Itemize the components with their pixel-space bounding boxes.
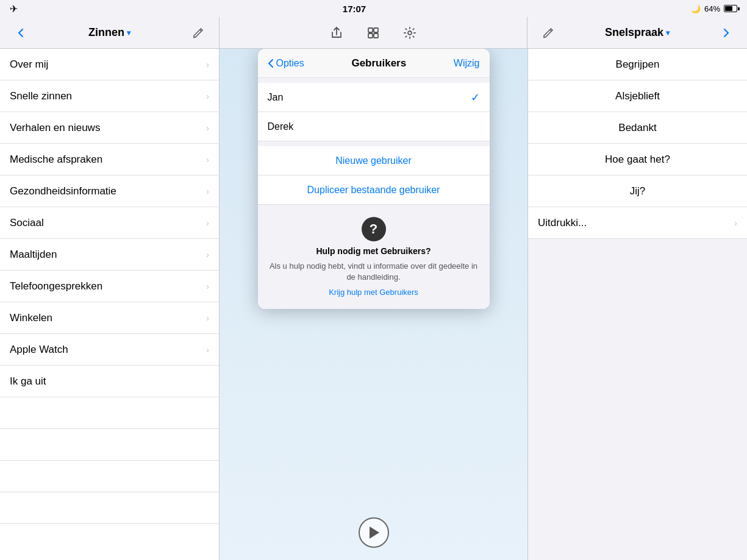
list-item[interactable]: Ik ga uit [0,366,219,397]
chevron-right-icon: › [206,344,209,355]
list-item[interactable]: Medische afspraken › [0,144,219,175]
phrase-item-begrijpen[interactable]: Begrijpen [528,49,747,80]
status-bar-time: 17:07 [343,4,366,14]
svg-rect-2 [368,34,373,38]
list-item[interactable]: Telefoongesprekken › [0,271,219,302]
battery-percent: 64% [704,4,720,13]
item-label: Sociaal [10,217,44,229]
help-title: Hulp nodig met Gebruikers? [316,246,431,256]
chevron-right-icon: › [734,218,737,228]
item-label: Gezondheidsinformatie [10,185,116,197]
chevron-right-icon: › [206,122,209,133]
selected-checkmark-icon: ✓ [471,91,480,104]
dropdown-chevron-icon: ▾ [127,29,130,37]
svg-rect-3 [374,34,378,38]
middle-panel: Opties Gebruikers Wijzig Jan ✓ Derek [220,49,527,560]
phrase-label: Begrijpen [616,58,660,71]
right-panel: Begrijpen Alsjeblieft Bedankt Hoe gaat h… [527,49,747,560]
list-item[interactable]: Winkelen › [0,302,219,334]
left-panel: Over mij › Snelle zinnen › Verhalen en n… [0,49,220,560]
phrase-label: Uitdrukki... [538,217,587,229]
right-nav: Snelspraak ▾ [527,17,747,49]
item-label: Maaltijden [10,249,57,261]
edit-button-right[interactable] [537,22,559,44]
middle-nav [220,17,527,49]
left-nav: Zinnen ▾ [0,17,220,49]
new-user-label: Nieuwe gebruiker [335,155,412,166]
list-item[interactable]: Verhalen en nieuws › [0,112,219,144]
back-button[interactable] [10,22,32,44]
item-label: Winkelen [10,312,52,324]
svg-rect-0 [368,28,373,32]
list-item-empty-2 [0,429,219,461]
users-dropdown[interactable]: Opties Gebruikers Wijzig Jan ✓ Derek [258,49,490,309]
phrase-label: Alsjeblieft [615,90,660,102]
item-label: Telefoongesprekken [10,280,102,292]
phrase-item-hoe-gaat-het[interactable]: Hoe gaat het? [528,144,747,175]
left-nav-title-text: Zinnen [88,26,124,39]
list-item-apple-watch[interactable]: Apple Watch › [0,334,219,366]
share-button[interactable] [326,22,348,44]
chevron-right-icon: › [206,313,209,323]
list-item[interactable]: Maaltijden › [0,239,219,271]
chevron-right-icon: › [206,154,209,165]
list-item-empty-1 [0,397,219,429]
phrase-item-bedankt[interactable]: Bedankt [528,112,747,144]
svg-point-4 [408,31,412,35]
phrase-item-jij[interactable]: Jij? [528,175,747,207]
moon-icon: 🌙 [691,4,701,13]
dropdown-title: Gebruikers [351,57,406,69]
list-item[interactable]: Over mij › [0,49,219,80]
item-label: Verhalen en nieuws [10,122,100,134]
phrase-item-alsjeblieft[interactable]: Alsjeblieft [528,80,747,112]
help-link[interactable]: Krijg hulp met Gebruikers [329,288,418,297]
chevron-right-icon: › [206,281,209,291]
spacer-middle [258,141,490,146]
list-item[interactable]: Sociaal › [0,207,219,239]
settings-button[interactable] [399,22,421,44]
status-bar: ✈ 17:07 🌙 64% [0,0,747,17]
user-item-derek[interactable]: Derek [258,112,490,141]
nav-bar: Zinnen ▾ [0,17,747,49]
duplicate-user-label: Dupliceer bestaande gebruiker [307,185,440,196]
new-user-button[interactable]: Nieuwe gebruiker [258,146,490,175]
dropdown-overlay: Opties Gebruikers Wijzig Jan ✓ Derek [220,49,527,560]
edit-dropdown-button[interactable]: Wijzig [454,58,480,69]
help-body: Als u hulp nodig hebt, vindt u informati… [268,261,480,283]
help-icon: ? [362,217,386,241]
list-item[interactable]: Gezondheidsinformatie › [0,175,219,207]
status-bar-right: 🌙 64% [691,4,737,13]
help-section: ? Hulp nodig met Gebruikers? Als u hulp … [258,205,490,309]
left-nav-title[interactable]: Zinnen ▾ [88,26,130,39]
duplicate-user-button[interactable]: Dupliceer bestaande gebruiker [258,175,490,205]
right-nav-title[interactable]: Snelspraak ▾ [605,26,670,39]
forward-button[interactable] [715,22,737,44]
user-name: Jan [268,92,284,103]
back-label: Opties [276,58,304,69]
play-button[interactable] [359,517,389,548]
right-nav-title-text: Snelspraak [605,26,663,39]
item-label: Medische afspraken [10,154,102,166]
user-item-jan[interactable]: Jan ✓ [258,83,490,112]
phrase-label: Hoe gaat het? [605,154,670,166]
expand-button[interactable] [362,22,384,44]
phrase-item-uitdrukki[interactable]: Uitdrukki... › [528,207,747,239]
right-dropdown-chevron-icon: ▾ [666,29,670,37]
play-icon [370,526,379,539]
phrase-label: Bedankt [618,122,656,134]
edit-button-left[interactable] [187,22,209,44]
status-bar-left: ✈ [10,3,18,15]
svg-rect-1 [374,28,378,32]
phrase-label: Jij? [630,185,646,197]
app-container: Zinnen ▾ [0,17,747,560]
battery-icon [724,5,737,12]
chevron-right-icon: › [206,218,209,228]
list-item[interactable]: Snelle zinnen › [0,80,219,112]
item-label: Ik ga uit [10,375,46,388]
chevron-right-icon: › [206,59,209,69]
chevron-right-icon: › [206,249,209,260]
spacer-top [258,78,490,83]
user-name: Derek [268,121,294,132]
back-to-options-button[interactable]: Opties [268,58,304,69]
list-item-empty-4 [0,492,219,524]
